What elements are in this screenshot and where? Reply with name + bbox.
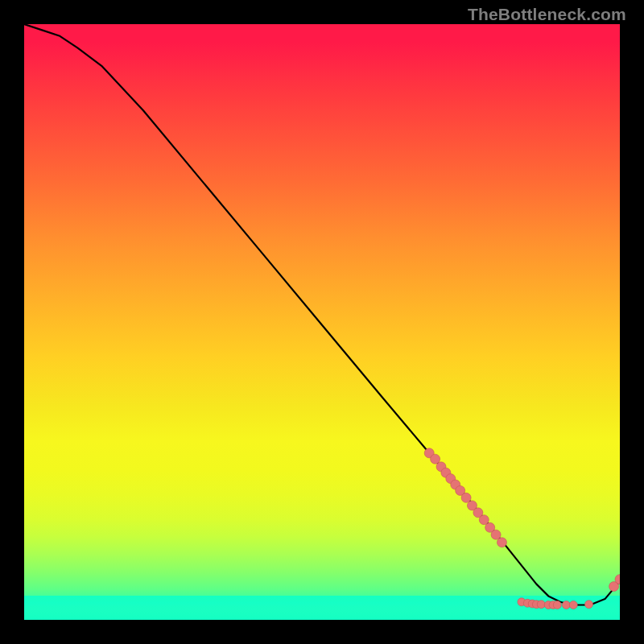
data-marker xyxy=(497,538,506,547)
data-marker xyxy=(569,601,577,609)
curve-line xyxy=(24,24,620,605)
chart-overlay-svg xyxy=(24,24,620,620)
data-marker xyxy=(562,601,570,609)
data-marker xyxy=(537,601,545,609)
watermark-text: TheBottleneck.com xyxy=(468,5,626,24)
markers-group xyxy=(424,448,620,609)
plot-area xyxy=(24,24,620,620)
chart-stage: TheBottleneck.com xyxy=(0,0,644,644)
data-marker xyxy=(585,601,593,609)
data-marker xyxy=(553,601,561,609)
